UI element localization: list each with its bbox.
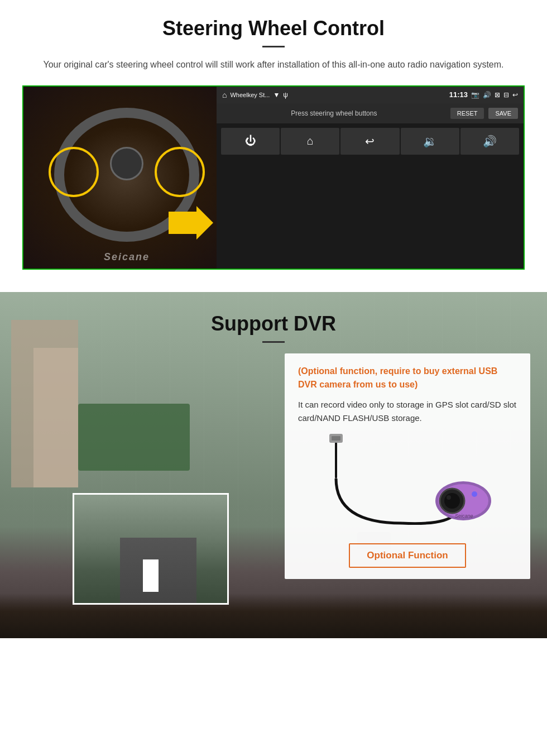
dvr-optional-text: (Optional function, require to buy exter… bbox=[298, 365, 517, 391]
close-icon-sb: ⊠ bbox=[495, 91, 500, 99]
screen-icon-sb: ⊟ bbox=[503, 91, 509, 99]
statusbar-app-name: Wheelkey St... bbox=[230, 92, 270, 98]
dvr-description: It can record video only to storage in G… bbox=[298, 398, 517, 425]
steering-image-container: Seicane ⌂ Wheelkey St... ▼ ψ 11:13 📷 🔊 ⊠… bbox=[22, 85, 525, 270]
dvr-title-divider bbox=[262, 341, 285, 343]
back-icon-sb: ↩ bbox=[512, 91, 518, 99]
camera-icon-sb: 📷 bbox=[471, 91, 479, 99]
svg-point-9 bbox=[472, 491, 477, 497]
dvr-screenshot-inner bbox=[74, 495, 227, 603]
svg-point-7 bbox=[444, 493, 460, 509]
svg-marker-0 bbox=[169, 206, 213, 240]
title-divider bbox=[262, 46, 285, 47]
arrow-right bbox=[169, 206, 213, 242]
dvr-screenshot-small bbox=[73, 493, 229, 605]
android-statusbar: ⌂ Wheelkey St... ▼ ψ 11:13 📷 🔊 ⊠ ⊟ ↩ bbox=[217, 87, 524, 103]
steering-wheel-section: Steering Wheel Control Your original car… bbox=[0, 0, 547, 292]
dvr-camera-svg: Seicane bbox=[301, 434, 514, 534]
steering-control-header: Press steering wheel buttons RESET SAVE bbox=[217, 103, 524, 123]
steering-wheel-photo: Seicane bbox=[23, 87, 230, 269]
steering-subtitle: Your original car's steering wheel contr… bbox=[22, 58, 525, 72]
power-button[interactable]: ⏻ bbox=[221, 128, 280, 155]
statusbar-icons: 11:13 📷 🔊 ⊠ ⊟ ↩ bbox=[449, 90, 518, 99]
wheel-center bbox=[110, 147, 143, 180]
vol-down-button[interactable]: 🔉 bbox=[401, 128, 459, 155]
dvr-hedge bbox=[78, 404, 190, 471]
svg-rect-3 bbox=[332, 436, 340, 441]
dvr-screenshot-line bbox=[143, 559, 158, 592]
statusbar-time: 11:13 bbox=[449, 90, 468, 99]
home-icon-sb: ⌂ bbox=[222, 90, 227, 99]
save-button[interactable]: SAVE bbox=[488, 108, 518, 119]
steering-wheel-art bbox=[37, 97, 216, 259]
vol-up-button[interactable]: 🔊 bbox=[460, 128, 519, 155]
psi-icon: ψ bbox=[283, 91, 288, 99]
dvr-camera-image: Seicane bbox=[298, 434, 517, 534]
highlight-circle-left bbox=[49, 147, 99, 197]
home-button[interactable]: ⌂ bbox=[281, 128, 339, 155]
dvr-screenshot-road bbox=[120, 538, 196, 602]
back-button[interactable]: ↩ bbox=[340, 128, 399, 155]
optional-function-button[interactable]: Optional Function bbox=[349, 543, 466, 568]
dvr-section: Support DVR (Optional function, require … bbox=[0, 292, 547, 638]
dvr-building-left2 bbox=[33, 348, 78, 487]
steering-header-text: Press steering wheel buttons bbox=[222, 109, 446, 117]
statusbar-left: ⌂ Wheelkey St... ▼ ψ bbox=[222, 90, 449, 99]
dvr-info-card: (Optional function, require to buy exter… bbox=[285, 353, 530, 579]
android-ui-panel: ⌂ Wheelkey St... ▼ ψ 11:13 📷 🔊 ⊠ ⊟ ↩ Pre… bbox=[217, 87, 524, 269]
dvr-title-area: Support DVR bbox=[0, 292, 547, 343]
steering-buttons-grid: ⏻ ⌂ ↩ 🔉 🔊 bbox=[217, 123, 524, 159]
svg-point-8 bbox=[447, 495, 451, 500]
reset-button[interactable]: RESET bbox=[450, 108, 484, 119]
svg-text:Seicane: Seicane bbox=[455, 513, 473, 519]
steering-title: Steering Wheel Control bbox=[22, 17, 525, 40]
seicane-watermark-steering: Seicane bbox=[104, 251, 150, 263]
dvr-title: Support DVR bbox=[0, 312, 547, 336]
volume-icon-sb: 🔊 bbox=[483, 91, 491, 99]
wifi-icon: ▼ bbox=[273, 91, 280, 99]
highlight-circle-right bbox=[155, 147, 205, 197]
